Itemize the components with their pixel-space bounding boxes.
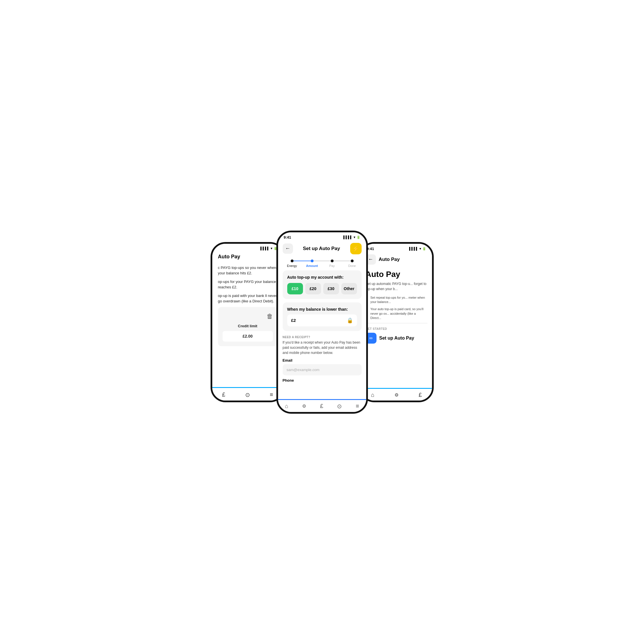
phone-left: ▌▌▌▌ ▾ 🔋 Auto Pay c PAYG top-ups so you …: [211, 242, 285, 402]
left-page-title: Auto Pay: [218, 254, 240, 259]
left-status-icons: ▌▌▌▌ ▾ 🔋: [260, 247, 277, 250]
left-desc1: c PAYG top-ups so you never when your ba…: [218, 265, 278, 276]
balance-section: When my balance is lower than: £2 🔒: [283, 302, 362, 331]
center-nav-menu[interactable]: ≡: [356, 403, 359, 409]
progress-steps: [278, 257, 366, 263]
balance-value: £2: [291, 318, 296, 323]
center-page-title: Set up Auto Pay: [303, 246, 340, 251]
center-nav-home[interactable]: ⌂: [285, 403, 288, 409]
check-text-1: Set repeat top-ups for yo... meter when …: [370, 296, 427, 304]
left-nav-menu[interactable]: ≡: [270, 391, 273, 398]
amount-btn-30[interactable]: £30: [323, 283, 339, 294]
center-main: Auto top-up my account with: £10 £20 £30…: [278, 267, 366, 399]
steps-labels: Energy Amount Pay Done: [278, 263, 366, 267]
check-text-2: Your auto top-up is paid card, so you'll…: [370, 307, 427, 320]
left-card: 🗑 Credit limit £2.00: [218, 307, 278, 346]
lightning-button[interactable]: ⚡: [350, 243, 362, 254]
topup-section: Auto top-up my account with: £10 £20 £30…: [283, 270, 362, 299]
left-desc3: op-up is paid with your bank ll never go…: [218, 293, 278, 304]
center-status-icons: ▌▌▌▌ ▾ 🔋: [343, 235, 360, 239]
get-started-label: GET STARTED: [366, 327, 427, 330]
email-input[interactable]: sam@example.com: [283, 364, 362, 375]
step-line-0: [294, 261, 311, 261]
step-line-1: [314, 261, 331, 261]
wifi-icon: ▾: [271, 247, 272, 250]
right-desc: Set up automatic PAYG top-u... forget to…: [366, 281, 427, 292]
right-status-icons: ▌▌▌▌ ▾ 🔋: [409, 247, 426, 251]
left-bottom-nav: £ ⊙ ≡: [212, 387, 283, 401]
setup-btn-label: Set up Auto Pay: [379, 336, 414, 341]
step-label-pay: Pay: [322, 264, 342, 267]
step-label-amount: Amount: [302, 264, 322, 267]
center-nav-help[interactable]: ⊙: [337, 403, 342, 410]
center-nav-activity[interactable]: ⚙: [302, 403, 306, 409]
right-signal-icon: ▌▌▌▌: [409, 247, 418, 250]
email-placeholder: sam@example.com: [287, 368, 320, 372]
right-wifi-icon: ▾: [419, 247, 421, 251]
right-status-bar: 9:41 ▌▌▌▌ ▾ 🔋: [361, 244, 432, 252]
email-label: Email: [283, 358, 362, 362]
amount-btn-10[interactable]: £10: [287, 283, 303, 294]
trash-icon: 🗑: [267, 312, 273, 321]
step-label-done: Done: [342, 264, 362, 267]
right-heading: Auto Pay: [366, 270, 427, 279]
left-status-bar: ▌▌▌▌ ▾ 🔋: [212, 244, 283, 251]
amount-options: £10 £20 £30 Other: [287, 283, 357, 294]
center-signal-icon: ▌▌▌▌: [343, 235, 352, 239]
step-dot-2: [331, 259, 334, 262]
right-nav-home[interactable]: ⌂: [371, 392, 374, 398]
phone-right: 9:41 ▌▌▌▌ ▾ 🔋 ← Auto Pay Auto Pay Set up…: [359, 242, 434, 402]
left-screen: ▌▌▌▌ ▾ 🔋 Auto Pay c PAYG top-ups so you …: [212, 244, 283, 401]
center-time: 9:41: [284, 235, 291, 239]
lock-icon: 🔒: [347, 317, 353, 324]
receipt-section: NEED A RECEIPT? If you'd like a receipt …: [283, 334, 362, 387]
left-content: c PAYG top-ups so you never when your ba…: [212, 262, 283, 387]
center-screen: 9:41 ▌▌▌▌ ▾ 🔋 ← Set up Auto Pay ⚡: [278, 232, 366, 412]
right-screen: 9:41 ▌▌▌▌ ▾ 🔋 ← Auto Pay Auto Pay Set up…: [361, 244, 432, 401]
check-item-2: ✓ Your auto top-up is paid card, so you'…: [366, 307, 427, 320]
balance-input-row: £2 🔒: [287, 314, 357, 326]
divider: [366, 323, 427, 323]
amount-btn-20[interactable]: £20: [305, 283, 321, 294]
left-header: Auto Pay: [212, 251, 283, 262]
left-desc2: op-ups for your PAYG your balance reache…: [218, 279, 278, 290]
step-dot-3: [351, 259, 354, 262]
credit-limit-value: £2.00: [223, 331, 273, 342]
amount-btn-other[interactable]: Other: [341, 283, 357, 294]
scene: ▌▌▌▌ ▾ 🔋 Auto Pay c PAYG top-ups so you …: [165, 219, 479, 425]
credit-limit-label: Credit limit: [223, 323, 273, 329]
center-wifi-icon: ▾: [354, 235, 355, 239]
right-nav-pound[interactable]: £: [419, 392, 422, 398]
balance-title: When my balance is lower than:: [287, 307, 357, 312]
back-button[interactable]: ←: [283, 243, 293, 254]
center-header: ← Set up Auto Pay ⚡: [278, 241, 366, 257]
left-nav-pound[interactable]: £: [222, 391, 225, 398]
receipt-desc: If you'd like a receipt when your Auto P…: [283, 340, 362, 355]
step-dot-0: [291, 259, 294, 262]
receipt-label: NEED A RECEIPT?: [283, 336, 362, 339]
signal-icon: ▌▌▌▌: [260, 247, 269, 250]
step-label-energy: Energy: [282, 264, 302, 267]
step-dot-1: [311, 259, 314, 262]
center-bottom-nav: ⌂ ⚙ £ ⊙ ≡: [278, 399, 366, 412]
right-nav-activity[interactable]: ⚙: [395, 392, 399, 398]
right-bottom-nav: ⌂ ⚙ £: [361, 388, 432, 401]
right-main: Auto Pay Set up automatic PAYG top-u... …: [361, 267, 432, 388]
center-nav-pound[interactable]: £: [320, 403, 323, 409]
phone-center: 9:41 ▌▌▌▌ ▾ 🔋 ← Set up Auto Pay ⚡: [276, 231, 368, 414]
setup-autopay-button[interactable]: ∞ Set up Auto Pay: [366, 333, 414, 344]
topup-title: Auto top-up my account with:: [287, 275, 357, 280]
right-page-title: Auto Pay: [379, 257, 400, 262]
phone-label: Phone: [283, 378, 362, 383]
center-battery-icon: 🔋: [356, 235, 360, 239]
right-battery-icon: 🔋: [422, 247, 426, 251]
right-header: ← Auto Pay: [361, 252, 432, 267]
step-line-2: [334, 261, 351, 261]
center-status-bar: 9:41 ▌▌▌▌ ▾ 🔋: [278, 232, 366, 241]
left-nav-help[interactable]: ⊙: [245, 391, 250, 398]
check-item-1: ✓ Set repeat top-ups for yo... meter whe…: [366, 296, 427, 304]
